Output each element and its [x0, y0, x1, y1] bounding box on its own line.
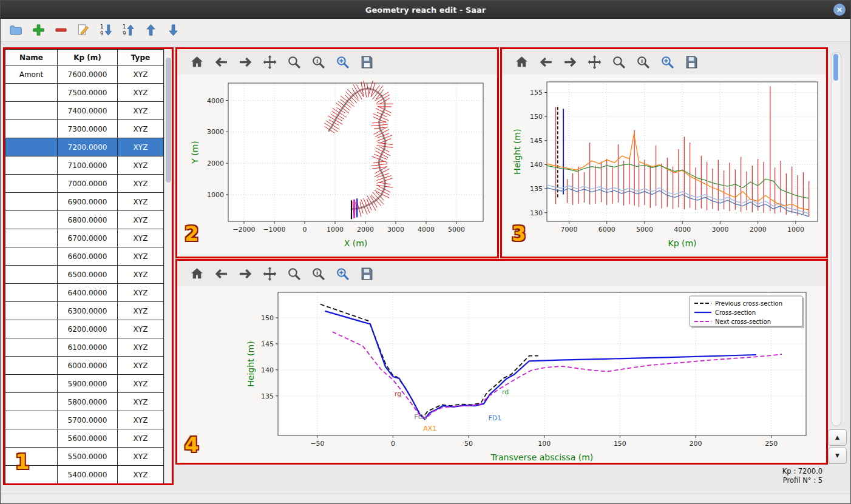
table-row[interactable]: Amont7600.0000XYZ	[5, 66, 164, 84]
cell-type[interactable]: XYZ	[118, 357, 164, 375]
add-row-button[interactable]	[32, 23, 46, 37]
save-button[interactable]	[359, 55, 375, 70]
table-row[interactable]: 5700.0000XYZ	[5, 411, 164, 429]
cell-name[interactable]	[5, 156, 58, 175]
move-down-button[interactable]	[166, 23, 180, 37]
cell-type[interactable]: XYZ	[118, 266, 164, 284]
cell-name[interactable]	[5, 84, 58, 102]
edit-row-button[interactable]	[76, 23, 90, 37]
cell-kp[interactable]: 5800.0000	[58, 393, 118, 411]
table-row[interactable]: 7000.0000XYZ	[5, 175, 164, 193]
cell-type[interactable]: XYZ	[118, 66, 164, 84]
cell-type[interactable]: XYZ	[118, 175, 164, 193]
cell-kp[interactable]: 7400.0000	[58, 102, 118, 120]
pan-button[interactable]	[262, 266, 277, 281]
cell-type[interactable]: XYZ	[118, 247, 164, 266]
cell-name[interactable]	[5, 266, 58, 284]
cell-type[interactable]: XYZ	[118, 102, 164, 120]
cell-name[interactable]	[5, 320, 58, 338]
table-row[interactable]: 6700.0000XYZ	[5, 229, 164, 247]
table-row[interactable]: 7100.0000XYZ	[5, 156, 164, 175]
inspect-button[interactable]: i	[311, 266, 326, 281]
table-row[interactable]: 6100.0000XYZ	[5, 338, 164, 357]
home-button[interactable]	[189, 266, 205, 281]
cell-kp[interactable]: 5400.0000	[58, 466, 118, 484]
cell-kp[interactable]: 6300.0000	[58, 302, 118, 320]
forward-button[interactable]	[238, 266, 253, 281]
table-row[interactable]: 7400.0000XYZ	[5, 102, 164, 120]
cell-name[interactable]	[5, 120, 58, 138]
cell-name[interactable]: Amont	[5, 66, 58, 84]
cell-name[interactable]	[5, 448, 58, 466]
table-row[interactable]: 6800.0000XYZ	[5, 211, 164, 229]
cell-type[interactable]: XYZ	[118, 429, 164, 448]
back-button[interactable]	[214, 55, 229, 70]
home-button[interactable]	[514, 55, 529, 70]
table-row[interactable]: 6200.0000XYZ	[5, 320, 164, 338]
column-header-kp[interactable]: Kp (m)	[58, 50, 118, 66]
table-row[interactable]: 6300.0000XYZ	[5, 302, 164, 320]
cell-kp[interactable]: 7300.0000	[58, 120, 118, 138]
table-row[interactable]: 6900.0000XYZ	[5, 193, 164, 211]
forward-button[interactable]	[238, 55, 253, 70]
cell-type[interactable]: XYZ	[118, 302, 164, 320]
cross-section-plot[interactable]: −50050100150200250135140145150Transverse…	[177, 286, 826, 465]
cell-name[interactable]	[5, 302, 58, 320]
pan-button[interactable]	[262, 55, 277, 70]
save-button[interactable]	[684, 55, 699, 70]
inspect-button[interactable]: i	[636, 55, 651, 70]
cell-name[interactable]	[5, 284, 58, 302]
cell-kp[interactable]: 6700.0000	[58, 229, 118, 247]
cell-name[interactable]	[5, 175, 58, 193]
cell-name[interactable]	[5, 411, 58, 429]
cell-kp[interactable]: 5600.0000	[58, 429, 118, 448]
cell-kp[interactable]: 6800.0000	[58, 211, 118, 229]
close-button[interactable]: ×	[833, 4, 846, 16]
cell-name[interactable]	[5, 375, 58, 393]
table-row[interactable]: 5600.0000XYZ	[5, 429, 164, 448]
cell-type[interactable]: XYZ	[118, 411, 164, 429]
home-button[interactable]	[189, 55, 205, 70]
zoom-button[interactable]	[611, 55, 626, 70]
cell-type[interactable]: XYZ	[118, 211, 164, 229]
profile-down-button[interactable]: ▼	[828, 448, 847, 464]
cell-name[interactable]	[5, 102, 58, 120]
cell-name[interactable]	[5, 138, 58, 156]
cell-name[interactable]	[5, 338, 58, 357]
cell-kp[interactable]: 7000.0000	[58, 175, 118, 193]
zoom-button[interactable]	[286, 55, 302, 70]
cell-kp[interactable]: 6900.0000	[58, 193, 118, 211]
cell-kp[interactable]: 7100.0000	[58, 156, 118, 175]
cell-type[interactable]: XYZ	[118, 393, 164, 411]
cell-name[interactable]	[5, 466, 58, 484]
table-row[interactable]: 6400.0000XYZ	[5, 284, 164, 302]
back-button[interactable]	[538, 55, 554, 70]
inspect-button[interactable]: i	[311, 55, 326, 70]
table-row[interactable]: 5800.0000XYZ	[5, 393, 164, 411]
cell-kp[interactable]: 6100.0000	[58, 338, 118, 357]
cell-type[interactable]: XYZ	[118, 120, 164, 138]
zoom-button[interactable]	[286, 266, 302, 281]
remove-row-button[interactable]	[54, 23, 68, 37]
cell-kp[interactable]: 6600.0000	[58, 247, 118, 266]
plan-view-canvas[interactable]: −2000−1000010002000300040005000100020003…	[177, 75, 497, 257]
right-scrollbar[interactable]	[832, 52, 841, 426]
zoom-plus-button[interactable]	[335, 55, 350, 70]
cell-type[interactable]: XYZ	[118, 138, 164, 156]
zoom-plus-button[interactable]	[335, 266, 350, 281]
table-row[interactable]: 6500.0000XYZ	[5, 266, 164, 284]
cell-kp[interactable]: 7200.0000	[58, 138, 118, 156]
longitudinal-profile-plot[interactable]: 7000600050004000300020001000130135140145…	[502, 75, 826, 258]
cell-kp[interactable]: 5900.0000	[58, 375, 118, 393]
forward-button[interactable]	[563, 55, 578, 70]
cell-type[interactable]: XYZ	[118, 338, 164, 357]
back-button[interactable]	[214, 266, 229, 281]
cell-type[interactable]: XYZ	[118, 284, 164, 302]
move-up-button[interactable]	[144, 23, 158, 37]
cell-type[interactable]: XYZ	[118, 229, 164, 247]
cell-name[interactable]	[5, 193, 58, 211]
cell-type[interactable]: XYZ	[118, 375, 164, 393]
longitudinal-profile-canvas[interactable]: 7000600050004000300020001000130135140145…	[502, 75, 826, 257]
pan-button[interactable]	[587, 55, 602, 70]
cell-type[interactable]: XYZ	[118, 320, 164, 338]
